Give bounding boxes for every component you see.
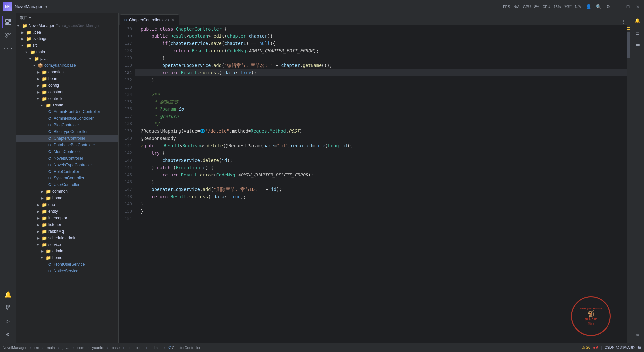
top-icons: 👤 🔍 ⚙ — □ ✕ bbox=[585, 3, 641, 10]
settings-icon[interactable]: ⚙ bbox=[605, 3, 611, 10]
admin-folder-label: admin bbox=[52, 103, 63, 107]
ctrl-icon-10: C bbox=[47, 169, 52, 174]
tree-item-ChapterController[interactable]: C ChapterController bbox=[16, 135, 118, 142]
tree-item-bean[interactable]: ▶ 📁 bean bbox=[16, 75, 118, 82]
package-arrow: ▾ bbox=[33, 64, 38, 67]
maximize-icon[interactable]: □ bbox=[625, 3, 631, 10]
tree-item-NovelsTypeController[interactable]: C NovelsTypeController bbox=[16, 162, 118, 168]
minimize-icon[interactable]: — bbox=[615, 3, 621, 10]
tree-item-service-admin[interactable]: ▶ 📁 admin bbox=[16, 248, 118, 254]
tree-item-java[interactable]: ▾ 📁 java bbox=[16, 55, 118, 62]
tree-item-BlogTypeController[interactable]: C BlogTypeController bbox=[16, 128, 118, 135]
status-divider: | bbox=[601, 346, 602, 350]
tree-item-UserController[interactable]: C UserController bbox=[16, 181, 118, 188]
run-icon[interactable]: ▷ bbox=[2, 315, 14, 327]
tree-item-config[interactable]: ▶ 📁 config bbox=[16, 82, 118, 89]
tree-item-home-ctrl[interactable]: ▶ 📁 home bbox=[16, 195, 118, 201]
tree-root[interactable]: ▾ 📁 NovelManager E:\idea_space\NovelMana… bbox=[16, 22, 118, 29]
linenum-151: 151 bbox=[119, 215, 135, 222]
tree-item-RoleController[interactable]: C RoleController bbox=[16, 168, 118, 175]
tree-item-admin-folder[interactable]: ▾ 📁 admin bbox=[16, 102, 118, 108]
BlogTypeController-label: BlogTypeController bbox=[54, 129, 88, 134]
tree-item-package[interactable]: ▾ 📦 com.yuanIrc.base bbox=[16, 62, 118, 69]
constant-label: constant bbox=[48, 90, 63, 94]
linenum-133: 133 bbox=[119, 84, 135, 91]
more-activity-icon[interactable]: ··· bbox=[2, 42, 14, 54]
tree-item-interceptor[interactable]: ▶ 📁 interceptor bbox=[16, 215, 118, 221]
tree-item-NoticeService[interactable]: C NoticeService bbox=[16, 268, 118, 274]
editor-scrollbar[interactable] bbox=[627, 25, 631, 343]
tab-close-button[interactable]: ✕ bbox=[171, 17, 175, 23]
tree-item-dao[interactable]: ▶ 📁 dao bbox=[16, 201, 118, 208]
svg-point-10 bbox=[6, 305, 7, 307]
right-gradle-icon[interactable] bbox=[633, 40, 642, 49]
svg-point-6 bbox=[6, 36, 7, 37]
main-folder-icon: 📁 bbox=[30, 49, 35, 55]
git2-icon[interactable] bbox=[2, 302, 14, 314]
tree-item-service-home[interactable]: ▾ 📁 home bbox=[16, 254, 118, 261]
tree-item-service[interactable]: ▾ 📁 service bbox=[16, 241, 118, 248]
tree-item-entity[interactable]: ▶ 📁 entity bbox=[16, 208, 118, 215]
settings2-icon[interactable]: ⚙ bbox=[2, 328, 14, 340]
bean-folder-icon: 📁 bbox=[42, 76, 47, 81]
tree-item-SystemController[interactable]: C SystemController bbox=[16, 175, 118, 181]
close-icon[interactable]: ✕ bbox=[635, 3, 641, 10]
search-icon[interactable]: 🔍 bbox=[595, 3, 602, 10]
service-arrow: ▾ bbox=[37, 243, 42, 246]
right-notification-icon[interactable]: 🔔 bbox=[633, 16, 642, 25]
linenum-131: 131 bbox=[119, 69, 135, 76]
watermark-url: www.yuanrc.com bbox=[580, 307, 602, 310]
tab-ChapterController[interactable]: C ChapterController.java ✕ bbox=[120, 14, 179, 25]
code-line-144: } catch (Exception e) { bbox=[135, 164, 627, 171]
tree-item-AdminFrontUserController[interactable]: C AdminFrontUserController bbox=[16, 108, 118, 115]
tree-item-schedule[interactable]: ▶ 📁 schedule.admin bbox=[16, 235, 118, 241]
editor-more-icon[interactable]: ⋮ bbox=[620, 18, 627, 25]
controller-folder-icon: 📁 bbox=[42, 96, 47, 101]
notification-icon[interactable]: 🔔 bbox=[2, 288, 14, 300]
scrollbar-thumb[interactable] bbox=[627, 32, 630, 58]
dao-arrow: ▶ bbox=[37, 203, 42, 207]
tree-item-constant[interactable]: ▶ 📁 constant bbox=[16, 89, 118, 95]
annotion-folder-icon: 📁 bbox=[42, 69, 47, 75]
tree-item-NovelsController[interactable]: C NovelsController bbox=[16, 155, 118, 162]
main-layout: ··· 🔔 ▷ ⚙ 项目 ▾ ▾ bbox=[0, 13, 644, 343]
tree-item-listener[interactable]: ▶ 📁 listener bbox=[16, 221, 118, 228]
tree-item-common[interactable]: ▶ 📁 common bbox=[16, 188, 118, 195]
breadcrumb-admin: admin bbox=[151, 346, 161, 350]
code-editor: 30 110 127 128 129 130 131 132 133 134 1… bbox=[119, 25, 631, 343]
linenum-141: 141 bbox=[119, 142, 135, 149]
ctrl-icon-7: C bbox=[47, 149, 52, 154]
top-bar-left: NM NovelManager ▾ bbox=[3, 2, 47, 11]
tree-item-FrontUserService[interactable]: C FrontUserService bbox=[16, 261, 118, 268]
tree-item-settings[interactable]: ▶ 📁 .settings bbox=[16, 35, 118, 42]
common-label: common bbox=[52, 189, 68, 194]
top-bar-right: FPS N/A GPU 8% CPU 15% 实时 N/A 👤 🔍 ⚙ — □ … bbox=[503, 3, 641, 10]
linenum-140: 140 bbox=[119, 135, 135, 142]
home-ctrl-folder-icon: 📁 bbox=[46, 195, 51, 201]
tree-item-DatabaseBakController[interactable]: C DatabaseBakController bbox=[16, 142, 118, 148]
tree-item-rabbitmq[interactable]: ▶ 📁 rabbitMq bbox=[16, 228, 118, 235]
interceptor-arrow: ▶ bbox=[37, 216, 42, 220]
common-folder-icon: 📁 bbox=[46, 189, 51, 194]
code-content[interactable]: public class ChapterController { public … bbox=[135, 25, 627, 343]
bean-arrow: ▶ bbox=[37, 77, 42, 81]
tab-label: ChapterController.java bbox=[129, 18, 169, 22]
user-icon[interactable]: 👤 bbox=[585, 3, 592, 10]
tree-item-controller[interactable]: ▾ 📁 controller bbox=[16, 95, 118, 102]
tree-item-main[interactable]: ▾ 📁 main bbox=[16, 49, 118, 55]
app-dropdown-arrow[interactable]: ▾ bbox=[45, 4, 47, 9]
svg-line-9 bbox=[7, 34, 9, 37]
git-activity-icon[interactable] bbox=[2, 29, 14, 41]
project-activity-icon[interactable] bbox=[2, 16, 14, 28]
home-ctrl-label: home bbox=[52, 196, 62, 200]
tree-item-src[interactable]: ▾ 📁 src bbox=[16, 42, 118, 49]
code-line-30: public class ChapterController { bbox=[135, 25, 627, 33]
right-terminal-icon[interactable]: ⌨ bbox=[633, 331, 642, 340]
tree-item-MenuController[interactable]: C MenuController bbox=[16, 148, 118, 155]
tree-item-AdminNoticeController[interactable]: C AdminNoticeController bbox=[16, 115, 118, 122]
tree-item-annotion[interactable]: ▶ 📁 annotion bbox=[16, 69, 118, 75]
right-database-icon[interactable]: 🗄 bbox=[633, 28, 642, 37]
errors-count: 6 bbox=[596, 346, 598, 350]
tree-item-BlogController[interactable]: C BlogController bbox=[16, 122, 118, 128]
tree-item-idea[interactable]: ▶ 📁 .idea bbox=[16, 29, 118, 35]
